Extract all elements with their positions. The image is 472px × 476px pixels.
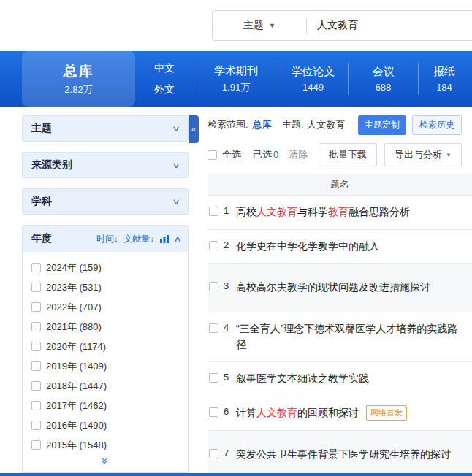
tab-degree-theses[interactable]: 学位论文 1449 xyxy=(278,51,348,107)
section-label: 来源类别 xyxy=(31,158,72,172)
year-filter-item[interactable]: 2020年 (1174) xyxy=(31,337,179,356)
year-label: 2018年 (1447) xyxy=(46,380,107,393)
result-title-link[interactable]: 高校人文教育与科学教育融合思路分析 xyxy=(236,204,410,220)
topic-customize-button[interactable]: 主题定制 xyxy=(358,115,406,135)
result-title-link[interactable]: 计算人文教育的回顾和探讨网络首发 xyxy=(236,405,407,421)
tab-chinese[interactable]: 中文 xyxy=(154,62,175,75)
checkbox[interactable] xyxy=(31,263,41,272)
search-scope-row: 检索范围: 总库 主题: 人文教育 主题定制 检索历史 xyxy=(208,115,472,134)
title-text: 与科学 xyxy=(297,206,328,218)
year-filter-item[interactable]: 2022年 (707) xyxy=(31,297,179,317)
title-text: 化学史在中学化学教学中的融入 xyxy=(236,240,379,252)
tab-label: 总库 xyxy=(64,62,94,81)
checkbox[interactable] xyxy=(31,342,41,351)
title-text: 叙事医学文本细读之教学实践 xyxy=(236,372,369,384)
tab-foreign[interactable]: 外文 xyxy=(154,83,175,96)
tab-label: 报纸 xyxy=(433,65,455,79)
tab-count: 688 xyxy=(376,82,392,93)
title-text: 的回顾和探讨 xyxy=(297,407,359,418)
year-filter-item[interactable]: 2023年 (531) xyxy=(31,277,179,297)
bar-chart-icon[interactable] xyxy=(160,235,169,243)
year-label: 2021年 (880) xyxy=(46,320,102,334)
search-field-selector[interactable]: 主题 ▼ xyxy=(213,11,306,40)
highlighted-term: 教育 xyxy=(328,206,349,218)
scope-label: 检索范围: xyxy=(208,118,248,131)
year-filter-item[interactable]: 2019年 (1409) xyxy=(31,356,179,376)
year-filter-item[interactable]: 2021年 (880) xyxy=(31,317,179,337)
checkbox[interactable] xyxy=(209,241,218,250)
filter-section-source-type[interactable]: 来源类别 ∨ xyxy=(22,152,189,178)
checkbox[interactable] xyxy=(31,440,41,450)
results-panel: 检索范围: 总库 主题: 人文教育 主题定制 检索历史 全选 已选0 清除 批量… xyxy=(208,115,472,476)
filter-section-discipline[interactable]: 学科 ∨ xyxy=(22,188,189,215)
result-row: 3高校高尔夫教学的现状问题及改进措施探讨 xyxy=(208,264,472,312)
title-text: “三全育人”理念下德术双馨医学人才培养的实践路径 xyxy=(236,323,457,350)
checkbox[interactable] xyxy=(31,283,41,292)
result-title-link[interactable]: 突发公共卫生事件背景下医学研究生培养的探讨 xyxy=(236,447,451,463)
search-history-button[interactable]: 检索历史 xyxy=(412,115,462,135)
tab-academic-journals[interactable]: 学术期刊 1.91万 xyxy=(194,51,278,107)
checkbox[interactable] xyxy=(209,407,218,417)
year-filter-item[interactable]: 2016年 (1490) xyxy=(31,415,179,435)
clear-selection-button[interactable]: 清除 xyxy=(289,148,308,161)
main-content: « 主题 ∨ 来源类别 ∨ 学科 ∨ 年度 时间↓ 文献量↓ xyxy=(0,107,472,476)
checkbox[interactable] xyxy=(31,421,41,430)
section-label: 学科 xyxy=(31,195,52,208)
year-label: 2020年 (1174) xyxy=(46,340,106,353)
sort-by-time[interactable]: 时间↓ xyxy=(96,233,118,245)
checkbox[interactable] xyxy=(209,207,218,216)
result-title-link[interactable]: 高校高尔夫教学的现状问题及改进措施探讨 xyxy=(236,280,430,296)
tab-label: 学术期刊 xyxy=(214,64,258,78)
export-analyze-button[interactable]: 导出与分析▼ xyxy=(384,143,462,166)
result-row: 7突发公共卫生事件背景下医学研究生培养的探讨 xyxy=(208,431,472,476)
toolbar-actions: 批量下载 导出与分析▼ xyxy=(311,143,462,166)
filter-section-year: 年度 时间↓ 文献量↓ ∧ 2024年 (159)2023年 (531)2022… xyxy=(22,225,189,473)
tab-total-database[interactable]: 总库 2.82万 xyxy=(22,51,135,107)
title-text: 高校高尔夫教学的现状问题及改进措施探讨 xyxy=(236,281,430,293)
checkbox[interactable] xyxy=(31,381,41,391)
highlighted-term: 人文教育 xyxy=(256,206,297,218)
select-all-checkbox[interactable] xyxy=(208,150,217,160)
sidebar-collapse-button[interactable]: « xyxy=(189,115,199,143)
checkbox[interactable] xyxy=(31,401,41,410)
expand-more-button[interactable]: » xyxy=(23,455,188,472)
result-row: 2化学史在中学化学教学中的融入 xyxy=(208,230,472,264)
tab-count: 1.91万 xyxy=(222,81,250,94)
year-filter-item[interactable]: 2024年 (159) xyxy=(31,258,179,277)
tab-count: 2.82万 xyxy=(64,83,92,96)
section-label: 年度 xyxy=(31,232,52,245)
sort-by-count[interactable]: 文献量↓ xyxy=(123,233,154,245)
tab-conferences[interactable]: 会议 688 xyxy=(349,51,418,107)
tab-label: 学位论文 xyxy=(292,65,335,79)
checkbox[interactable] xyxy=(209,323,218,333)
year-filter-item[interactable]: 2018年 (1447) xyxy=(31,376,179,396)
result-title-link[interactable]: 叙事医学文本细读之教学实践 xyxy=(236,371,369,387)
checkbox[interactable] xyxy=(31,361,41,371)
section-label: 主题 xyxy=(31,122,52,135)
scope-topic-value: 人文教育 xyxy=(307,118,345,131)
checkbox[interactable] xyxy=(31,302,41,312)
year-section-header[interactable]: 年度 时间↓ 文献量↓ ∧ xyxy=(23,226,188,252)
checkbox[interactable] xyxy=(31,322,41,331)
sort-desc-icon: ↓ xyxy=(150,234,154,243)
checkbox[interactable] xyxy=(209,282,218,291)
highlighted-term: 人文教育 xyxy=(256,407,297,418)
year-filter-item[interactable]: 2017年 (1462) xyxy=(31,396,179,415)
batch-download-button[interactable]: 批量下载 xyxy=(319,143,377,166)
scope-database[interactable]: 总库 xyxy=(253,118,272,131)
year-label: 2016年 (1490) xyxy=(46,419,107,432)
checkbox[interactable] xyxy=(209,449,218,458)
search-input[interactable] xyxy=(307,20,472,31)
tab-newspapers[interactable]: 报纸 184 xyxy=(419,51,470,107)
filter-section-subject[interactable]: 主题 ∨ xyxy=(22,115,189,142)
result-index: 7 xyxy=(224,448,230,458)
title-text: 高校 xyxy=(236,206,256,218)
result-title-link[interactable]: “三全育人”理念下德术双馨医学人才培养的实践路径 xyxy=(236,321,465,353)
checkbox[interactable] xyxy=(209,373,218,383)
title-text: 融合思路分析 xyxy=(349,206,410,218)
title-text: 突发公共卫生事件背景下医学研究生培养的探讨 xyxy=(236,448,451,460)
result-title-link[interactable]: 化学史在中学化学教学中的融入 xyxy=(236,239,379,255)
year-filter-item[interactable]: 2015年 (1548) xyxy=(31,435,179,455)
select-all-label[interactable]: 全选 xyxy=(222,148,241,161)
scope-topic-label: 主题: xyxy=(282,118,304,131)
